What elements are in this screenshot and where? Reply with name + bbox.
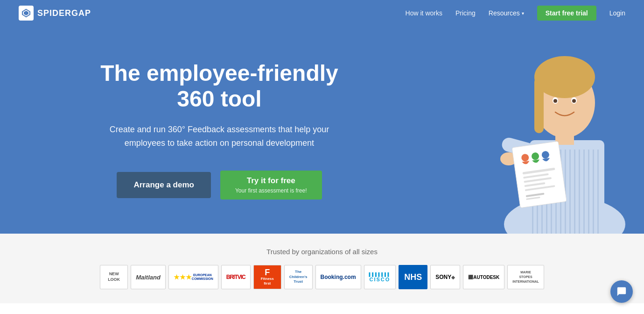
hero-buttons: Arrange a demo Try it for free Your firs… <box>93 171 345 200</box>
hero-subtitle: Create and run 360° Feedback assessments… <box>93 123 345 150</box>
logo-icon <box>19 6 34 21</box>
logo-svg <box>21 8 31 18</box>
svg-rect-15 <box>583 150 585 234</box>
svg-rect-13 <box>574 150 575 234</box>
svg-point-26 <box>572 99 576 103</box>
below-fold-section: Clearer feedback reports <box>0 303 644 314</box>
svg-rect-17 <box>593 150 594 234</box>
svg-rect-22 <box>534 77 544 133</box>
logo-cisco: ▌▌▌▌▌▌▌ CISCO <box>364 265 396 289</box>
logo-booking-com: Booking.com <box>315 265 361 289</box>
hero-image <box>485 5 644 234</box>
navbar: Spidergap How it works Pricing Resources… <box>0 0 644 26</box>
login-button[interactable]: Login <box>609 9 625 17</box>
arrange-demo-button[interactable]: Arrange a demo <box>117 172 210 198</box>
logo-childrens-trust: TheChildren'sTrust <box>284 265 313 289</box>
trusted-section: Trusted by organizations of all sizes NE… <box>0 234 644 303</box>
logo-sony: SONY ◆ <box>430 265 460 289</box>
logo-marie-stopes: MARIESTOPESINTERNATIONAL <box>507 265 544 289</box>
hero-section: The employee-friendly 360 tool Create an… <box>0 0 644 234</box>
svg-point-25 <box>553 99 557 103</box>
start-trial-button[interactable]: Start free trial <box>537 6 596 21</box>
hero-content: The employee-friendly 360 tool Create an… <box>0 32 383 228</box>
svg-rect-16 <box>588 150 589 234</box>
svg-rect-18 <box>597 150 599 234</box>
logo-eu-commission: ★★★ EUROPEANCOMMISSION <box>168 265 218 289</box>
logo-link[interactable]: Spidergap <box>19 6 91 21</box>
logos-row: NEWLOOK Maitland ★★★ EUROPEANCOMMISSION … <box>19 265 625 289</box>
svg-rect-14 <box>579 150 580 234</box>
nav-pricing[interactable]: Pricing <box>455 9 476 17</box>
chevron-down-icon: ▾ <box>522 11 524 16</box>
nav-links: How it works Pricing Resources ▾ Start f… <box>406 6 625 21</box>
chat-button[interactable] <box>610 280 633 303</box>
logo-maitland: Maitland <box>131 265 166 289</box>
logo-nhs: NHS <box>399 265 427 289</box>
free-sub-label: Your first assessment is free! <box>235 187 307 194</box>
person-illustration <box>492 9 637 234</box>
svg-rect-12 <box>569 150 571 234</box>
hero-title: The employee-friendly 360 tool <box>93 60 345 112</box>
logo-text: Spidergap <box>37 8 91 18</box>
trusted-title: Trusted by organizations of all sizes <box>19 248 625 256</box>
logo-britvic: BRITVIC <box>221 265 251 289</box>
logo-autodesk: ⬛ AUTODESK <box>463 265 504 289</box>
svg-marker-1 <box>24 11 28 15</box>
logo-fitness-first: F Fitnessfirst <box>253 265 281 289</box>
chat-icon <box>616 286 627 297</box>
nav-how-it-works[interactable]: How it works <box>406 9 442 17</box>
try-free-button[interactable]: Try it for free Your first assessment is… <box>220 171 322 200</box>
logo-new-look: NEWLOOK <box>100 265 128 289</box>
nav-resources[interactable]: Resources ▾ <box>489 9 524 17</box>
